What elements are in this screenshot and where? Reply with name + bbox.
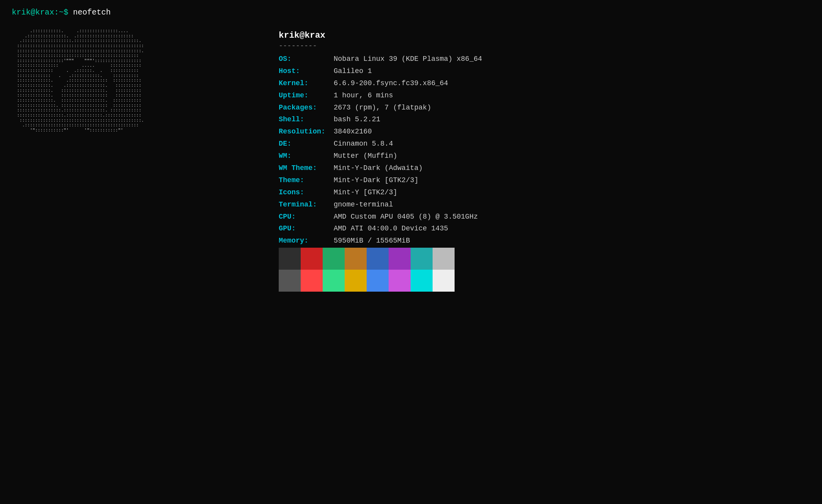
color-swatch-bottom-3 <box>345 270 367 292</box>
info-key: Kernel: <box>279 78 334 89</box>
info-key: WM: <box>279 151 334 162</box>
info-key: DE: <box>279 139 334 150</box>
prompt-user: krik@krax:~$ <box>12 8 68 17</box>
terminal-window: krik@krax:~$ neofetch .:::::::::::. .:::… <box>12 8 810 292</box>
info-key: Host: <box>279 66 334 77</box>
swatch-bottom-row <box>279 270 810 292</box>
info-row: Shell: bash 5.2.21 <box>279 114 810 125</box>
info-row: Kernel: 6.6.9-200.fsync.fc39.x86_64 <box>279 78 810 89</box>
info-row: Resolution: 3840x2160 <box>279 126 810 137</box>
info-row: WM: Mutter (Muffin) <box>279 151 810 162</box>
info-value: 5950MiB / 15565MiB <box>334 236 410 247</box>
info-value: gnome-terminal <box>334 199 393 210</box>
prompt-command: neofetch <box>68 8 111 17</box>
prompt-line: krik@krax:~$ neofetch <box>12 8 810 17</box>
info-key: CPU: <box>279 212 334 223</box>
info-key: Resolution: <box>279 126 334 137</box>
info-key: Shell: <box>279 114 334 125</box>
info-value: 1 hour, 6 mins <box>334 90 393 101</box>
swatch-top-row <box>279 248 810 270</box>
info-value: Mutter (Muffin) <box>334 151 397 162</box>
info-row: Icons: Mint-Y [GTK2/3] <box>279 187 810 198</box>
info-row: WM Theme: Mint-Y-Dark (Adwaita) <box>279 163 810 174</box>
info-value: Nobara Linux 39 (KDE Plasma) x86_64 <box>334 54 482 65</box>
color-swatch-bottom-6 <box>411 270 433 292</box>
color-swatch-top-3 <box>345 248 367 270</box>
ascii-art-display: .:::::::::::. .:::::::::::::::.... .::::… <box>12 29 255 133</box>
color-swatch-top-7 <box>433 248 455 270</box>
info-key: GPU: <box>279 223 334 234</box>
info-rows-container: OS: Nobara Linux 39 (KDE Plasma) x86_64H… <box>279 54 810 248</box>
info-row: Packages: 2673 (rpm), 7 (flatpak) <box>279 102 810 113</box>
color-swatch-bottom-0 <box>279 270 301 292</box>
info-value: AMD Custom APU 0405 (8) @ 3.501GHz <box>334 212 478 223</box>
info-row: Memory: 5950MiB / 15565MiB <box>279 236 810 247</box>
info-value: Cinnamon 5.8.4 <box>334 139 393 150</box>
info-row: GPU: AMD ATI 04:00.0 Device 1435 <box>279 223 810 234</box>
info-value: AMD ATI 04:00.0 Device 1435 <box>334 223 448 234</box>
info-row: Terminal: gnome-terminal <box>279 199 810 210</box>
color-swatch-bottom-4 <box>367 270 389 292</box>
info-key: Memory: <box>279 236 334 247</box>
info-key: WM Theme: <box>279 163 334 174</box>
info-separator: --------- <box>279 42 810 50</box>
info-value: 3840x2160 <box>334 126 372 137</box>
info-key: Packages: <box>279 102 334 113</box>
info-row: CPU: AMD Custom APU 0405 (8) @ 3.501GHz <box>279 212 810 223</box>
system-title: krik@krax <box>279 31 810 40</box>
color-swatch-bottom-1 <box>301 270 323 292</box>
info-value: 6.6.9-200.fsync.fc39.x86_64 <box>334 78 448 89</box>
color-swatch-top-6 <box>411 248 433 270</box>
info-value: Mint-Y-Dark [GTK2/3] <box>334 175 418 186</box>
color-swatch-top-0 <box>279 248 301 270</box>
info-value: Mint-Y [GTK2/3] <box>334 187 397 198</box>
info-panel: krik@krax --------- OS: Nobara Linux 39 … <box>279 29 810 292</box>
color-swatch-bottom-2 <box>323 270 345 292</box>
info-key: Theme: <box>279 175 334 186</box>
color-swatch-top-4 <box>367 248 389 270</box>
info-value: 2673 (rpm), 7 (flatpak) <box>334 102 431 113</box>
info-key: OS: <box>279 54 334 65</box>
info-value: Mint-Y-Dark (Adwaita) <box>334 163 423 174</box>
info-row: Uptime: 1 hour, 6 mins <box>279 90 810 101</box>
color-swatches <box>279 248 810 292</box>
color-swatch-bottom-5 <box>389 270 411 292</box>
info-row: Host: Galileo 1 <box>279 66 810 77</box>
main-content: .:::::::::::. .:::::::::::::::.... .::::… <box>12 29 810 292</box>
info-row: OS: Nobara Linux 39 (KDE Plasma) x86_64 <box>279 54 810 65</box>
color-swatch-top-2 <box>323 248 345 270</box>
color-swatch-top-1 <box>301 248 323 270</box>
color-swatch-bottom-7 <box>433 270 455 292</box>
info-row: Theme: Mint-Y-Dark [GTK2/3] <box>279 175 810 186</box>
info-value: Galileo 1 <box>334 66 372 77</box>
info-key: Uptime: <box>279 90 334 101</box>
info-value: bash 5.2.21 <box>334 114 380 125</box>
info-row: DE: Cinnamon 5.8.4 <box>279 139 810 150</box>
color-swatch-top-5 <box>389 248 411 270</box>
info-key: Terminal: <box>279 199 334 210</box>
info-key: Icons: <box>279 187 334 198</box>
